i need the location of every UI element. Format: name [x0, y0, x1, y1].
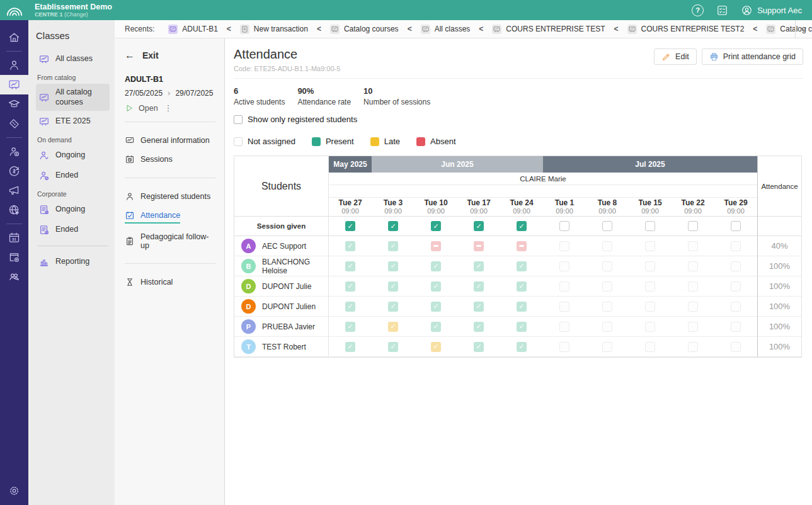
attendance-mark-present[interactable]: [388, 241, 398, 251]
sidebar-item-ongoing[interactable]: Ongoing: [36, 200, 110, 219]
session-given-checkbox-unchecked[interactable]: [731, 221, 741, 231]
attendance-mark-none[interactable]: [645, 261, 655, 271]
attendance-mark-present[interactable]: [474, 281, 484, 292]
session-given-checkbox-checked[interactable]: [517, 221, 527, 231]
exit-button[interactable]: ← Exit: [125, 50, 215, 61]
sidebar-item-ended[interactable]: Ended: [36, 166, 110, 185]
attendance-mark-present[interactable]: [474, 342, 484, 352]
attendance-mark-present[interactable]: [388, 342, 398, 352]
attendance-mark-none[interactable]: [645, 241, 655, 251]
tickets-icon[interactable]: [0, 114, 28, 133]
attendance-mark-present[interactable]: [345, 281, 355, 292]
attendance-mark-none[interactable]: [602, 281, 612, 292]
tasks-checklist-icon[interactable]: [716, 4, 728, 16]
attendance-mark-none[interactable]: [602, 322, 612, 332]
attendance-mark-none[interactable]: [602, 261, 612, 271]
attendance-mark-absent[interactable]: [517, 241, 527, 251]
sidebar-item-ongoing[interactable]: Ongoing: [36, 146, 110, 165]
attendance-mark-none[interactable]: [731, 261, 741, 271]
attendance-mark-none[interactable]: [602, 342, 612, 352]
attendance-mark-present[interactable]: [474, 302, 484, 312]
attendance-mark-present[interactable]: [474, 261, 484, 271]
sidebar-item-all-catalog-courses[interactable]: All catalog courses: [36, 84, 110, 111]
attendance-mark-present[interactable]: [431, 302, 441, 312]
resources-icon[interactable]: [0, 247, 28, 267]
attendance-mark-none[interactable]: [602, 241, 612, 251]
help-icon[interactable]: ?: [692, 4, 704, 16]
class-nav-sessions[interactable]: Sessions: [125, 150, 215, 169]
attendance-mark-none[interactable]: [645, 302, 655, 312]
home-icon[interactable]: [0, 28, 28, 47]
edit-button[interactable]: Edit: [654, 48, 697, 65]
attendance-mark-late[interactable]: [431, 342, 441, 352]
attendance-mark-none[interactable]: [731, 322, 741, 332]
recent-item[interactable]: All classes: [421, 25, 471, 34]
session-given-checkbox-unchecked[interactable]: [688, 221, 698, 231]
attendance-mark-absent[interactable]: [474, 241, 484, 251]
attendance-mark-none[interactable]: [645, 342, 655, 352]
attendance-mark-none[interactable]: [688, 261, 698, 271]
attendance-mark-present[interactable]: [388, 302, 398, 312]
attendance-mark-present[interactable]: [431, 322, 441, 332]
website-icon[interactable]: [0, 200, 28, 220]
attendance-mark-none[interactable]: [688, 322, 698, 332]
attendance-mark-present[interactable]: [474, 322, 484, 332]
show-registered-checkbox[interactable]: [234, 115, 243, 124]
session-given-checkbox-checked[interactable]: [388, 221, 398, 231]
attendance-mark-present[interactable]: [517, 302, 527, 312]
sidebar-item-reporting[interactable]: Reporting: [36, 252, 110, 271]
attendance-mark-none[interactable]: [688, 302, 698, 312]
session-given-checkbox-checked[interactable]: [431, 221, 441, 231]
attendance-mark-none[interactable]: [731, 241, 741, 251]
attendance-mark-present[interactable]: [431, 281, 441, 292]
students-icon[interactable]: [0, 55, 28, 75]
attendance-mark-late[interactable]: [388, 322, 398, 332]
attendance-mark-none[interactable]: [559, 322, 569, 332]
attendance-mark-none[interactable]: [731, 342, 741, 352]
class-nav-attendance[interactable]: Attendance: [125, 206, 215, 228]
classes-icon[interactable]: [0, 75, 28, 94]
teachers-icon[interactable]: [0, 94, 28, 114]
attendance-mark-none[interactable]: [731, 302, 741, 312]
attendance-mark-none[interactable]: [602, 302, 612, 312]
recent-item[interactable]: $New transaction: [240, 25, 308, 34]
print-attendance-button[interactable]: Print attendance grid: [702, 48, 803, 65]
community-icon[interactable]: [0, 267, 28, 287]
recent-item[interactable]: ADULT-B1: [168, 25, 217, 34]
attendance-mark-none[interactable]: [731, 281, 741, 292]
show-registered-filter[interactable]: Show only registered students: [234, 115, 803, 124]
attendance-mark-none[interactable]: [559, 302, 569, 312]
class-nav-general-information[interactable]: General information: [125, 131, 215, 150]
attendance-mark-none[interactable]: [559, 241, 569, 251]
session-given-checkbox-unchecked[interactable]: [559, 221, 569, 231]
payments-icon[interactable]: [0, 161, 28, 181]
session-given-checkbox-unchecked[interactable]: [645, 221, 655, 231]
recent-item[interactable]: COURS ENTREPRISE TEST: [492, 25, 605, 34]
support-menu[interactable]: Support Aec: [741, 4, 802, 16]
recent-item[interactable]: COURS ENTREPRISE TEST2: [627, 25, 745, 34]
attendance-mark-present[interactable]: [517, 322, 527, 332]
attendance-mark-none[interactable]: [559, 281, 569, 292]
class-nav-pedagogical-follow-up[interactable]: Pedagogical follow-up: [125, 228, 215, 254]
settings-gear-icon[interactable]: [0, 484, 28, 497]
attendance-mark-present[interactable]: [345, 342, 355, 352]
class-more-menu-icon[interactable]: ⋮: [164, 103, 173, 113]
attendance-mark-none[interactable]: [645, 281, 655, 292]
attendance-mark-present[interactable]: [388, 281, 398, 292]
attendance-mark-present[interactable]: [517, 281, 527, 292]
session-given-checkbox-unchecked[interactable]: [602, 221, 612, 231]
attendance-mark-present[interactable]: [517, 342, 527, 352]
payers-icon[interactable]: [0, 142, 28, 161]
class-nav-registered-students[interactable]: Registered students: [125, 187, 215, 206]
sidebar-item-all-classes[interactable]: All classes: [36, 50, 110, 69]
attendance-mark-none[interactable]: [688, 281, 698, 292]
session-given-checkbox-checked[interactable]: [345, 221, 355, 231]
calendar-icon[interactable]: 31: [0, 228, 28, 247]
attendance-mark-present[interactable]: [431, 261, 441, 271]
attendance-mark-present[interactable]: [517, 261, 527, 271]
attendance-mark-present[interactable]: [345, 322, 355, 332]
attendance-mark-present[interactable]: [345, 241, 355, 251]
app-logo-icon[interactable]: [0, 4, 28, 16]
attendance-mark-none[interactable]: [559, 261, 569, 271]
marketing-icon[interactable]: [0, 181, 28, 200]
